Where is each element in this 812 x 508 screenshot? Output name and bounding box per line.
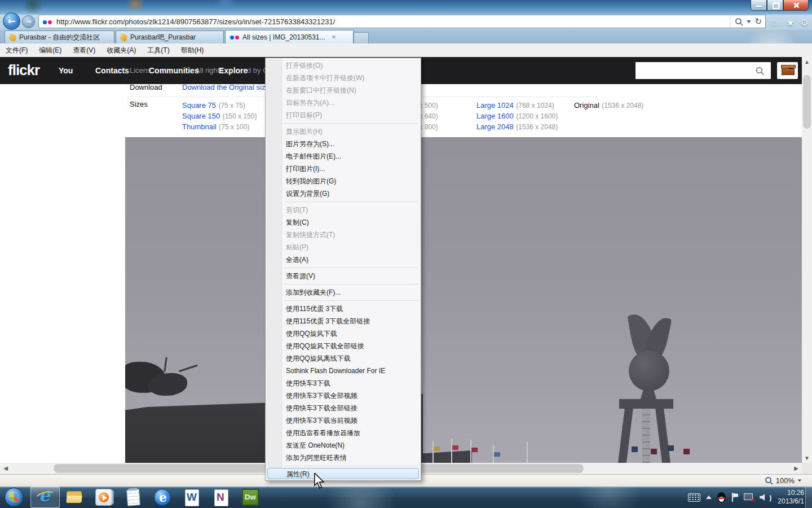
internet-explorer-taskbar-button[interactable] (30, 487, 60, 508)
context-menu-item[interactable]: 使用迅雷看看播放器播放 (266, 427, 420, 439)
volume-icon[interactable] (760, 493, 770, 502)
tab-close-icon[interactable]: × (332, 34, 336, 41)
search-icon[interactable] (735, 17, 743, 26)
context-menu-item[interactable]: 添加到收藏夹(F)... (266, 286, 420, 299)
context-menu-item[interactable]: 目标另存为(A)... (266, 97, 420, 109)
context-menu-item[interactable]: 属性(R) (267, 468, 419, 479)
favorites-star-icon[interactable]: ★ (786, 17, 795, 29)
tray-clock[interactable]: 10:26 2013/6/1 (778, 489, 804, 506)
context-menu-item[interactable]: 复制(C) (266, 216, 420, 229)
context-menu-item[interactable]: 使用快车3下载全部视频 (266, 389, 420, 402)
flickr-search-input[interactable] (636, 62, 771, 79)
context-menu-item[interactable]: 使用115优蛋 3下载全部链接 (266, 315, 420, 327)
url-text[interactable]: http://www.flickr.com/photos/zlk1214/890… (56, 17, 335, 26)
context-menu-item[interactable]: 显示图片(H) (266, 125, 420, 138)
size-link[interactable]: Thumbnail (182, 122, 217, 131)
media-player-taskbar-button[interactable] (89, 487, 118, 508)
dreamweaver-taskbar-button[interactable] (236, 487, 265, 508)
context-menu-item[interactable]: Sothink Flash Downloader For IE (266, 365, 420, 377)
size-link[interactable]: Square 75 (182, 101, 216, 110)
menu-bar-item[interactable]: 文件(F) (0, 43, 33, 57)
context-menu-item[interactable]: 使用快车3下载当前视频 (266, 414, 420, 427)
context-menu-item[interactable]: 全选(A) (266, 253, 420, 266)
onenote-taskbar-button[interactable] (206, 487, 236, 508)
address-bar[interactable]: http://www.flickr.com/photos/zlk1214/890… (38, 15, 766, 28)
context-menu-item[interactable]: 添加为阿里旺旺表情 (266, 452, 420, 464)
zoom-dropdown-icon[interactable] (798, 480, 801, 482)
zoom-control[interactable]: 100% (765, 476, 802, 485)
context-menu-item[interactable]: 查看源(V) (266, 270, 420, 282)
vertical-scrollbar[interactable]: ▲ ▼ (802, 57, 812, 463)
keyboard-icon[interactable] (688, 493, 700, 502)
menu-bar-item[interactable]: 帮助(H) (175, 43, 210, 57)
size-link[interactable]: Large 1600 (476, 112, 514, 120)
context-menu-item[interactable]: 在新窗口中打开链接(N) (266, 84, 420, 97)
context-menu-item[interactable]: 使用快车3下载全部链接 (266, 402, 420, 414)
action-center-flag-icon[interactable] (731, 493, 738, 502)
scroll-up-icon[interactable]: ▲ (802, 57, 812, 67)
restore-button[interactable] (767, 0, 783, 11)
context-menu-item[interactable]: 剪切(T) (266, 204, 420, 216)
close-button[interactable] (783, 0, 809, 11)
menu-bar-item[interactable]: 收藏夹(A) (101, 43, 142, 57)
context-menu-item[interactable]: 在新选项卡中打开链接(W) (266, 72, 420, 84)
nav-explore[interactable]: Explore (219, 65, 248, 76)
menu-bar-item[interactable]: 工具(T) (142, 43, 175, 57)
context-menu-item[interactable]: 使用QQ旋风下载全部链接 (266, 340, 420, 352)
browser-e-taskbar-button[interactable] (148, 487, 177, 508)
context-menu-item[interactable]: 转到我的图片(G) (266, 175, 420, 187)
refresh-icon[interactable]: ↻ (754, 16, 762, 27)
nav-you[interactable]: You (59, 65, 73, 76)
tools-gear-icon[interactable]: ⚙ (800, 17, 809, 29)
home-icon[interactable]: ⌂ (771, 17, 777, 28)
context-menu-item[interactable]: 使用QQ旋风下载 (266, 327, 420, 340)
forward-button[interactable]: → (22, 15, 35, 28)
download-original-link[interactable]: Download the Original size (182, 83, 270, 91)
windows-explorer-taskbar-button[interactable] (60, 487, 89, 508)
search-dropdown-icon[interactable] (747, 20, 751, 23)
package-tile[interactable] (777, 62, 798, 79)
menu-bar-item[interactable]: 编辑(E) (33, 43, 67, 57)
size-link[interactable]: Large 1024 (476, 101, 514, 110)
search-icon[interactable] (756, 67, 765, 76)
flickr-logo[interactable]: flickr (8, 62, 39, 78)
context-menu-item[interactable]: 使用QQ旋风离线下载 (266, 352, 420, 365)
network-error-icon[interactable] (744, 493, 754, 502)
notepad-taskbar-button[interactable] (118, 487, 148, 508)
context-menu-item[interactable]: 使用快车3下载 (266, 377, 420, 389)
scroll-left-icon[interactable]: ◀ (0, 463, 11, 474)
start-button[interactable] (5, 488, 24, 507)
monument-ladder (642, 409, 650, 463)
context-menu-item[interactable]: 打印图片(I)... (266, 163, 420, 175)
context-menu-item[interactable]: 复制快捷方式(T) (266, 229, 420, 241)
context-menu-item[interactable]: 打开链接(O) (266, 59, 420, 72)
context-menu-item[interactable]: 打印目标(P) (266, 109, 420, 121)
tab-purasbar-forum[interactable]: Purasbar - 自由的交流社区 (5, 30, 114, 43)
minimize-button[interactable] (751, 0, 767, 11)
tab-all-sizes[interactable]: All sizes | IMG_20130531... × (225, 30, 354, 43)
size-link[interactable]: Large 2048 (476, 122, 514, 131)
context-menu-item-label: 使用快车3下载全部视频 (286, 392, 358, 400)
show-desktop-button[interactable] (805, 487, 812, 508)
scroll-right-icon[interactable]: ▶ (791, 463, 802, 474)
back-button[interactable]: ← (3, 12, 20, 30)
hidden-icons-arrow-icon[interactable] (706, 496, 712, 499)
context-menu-item[interactable]: 粘贴(P) (266, 241, 420, 253)
context-menu-item[interactable]: 使用115优蛋 3下载 (266, 303, 420, 315)
tab-purasbar-ba[interactable]: Purasbar吧_Purasbar (116, 30, 224, 43)
menu-bar-item[interactable]: 查看(V) (67, 43, 101, 57)
word-taskbar-button[interactable] (177, 487, 206, 508)
nav-communities[interactable]: Communities (149, 65, 199, 76)
context-menu-item[interactable]: 设置为背景(G) (266, 187, 420, 200)
qq-icon[interactable] (717, 492, 726, 502)
nav-contacts[interactable]: Contacts (95, 65, 129, 76)
new-tab-stub[interactable] (354, 32, 369, 44)
context-menu-item[interactable]: 电子邮件图片(E)... (266, 150, 420, 163)
vertical-scrollbar-thumb[interactable] (803, 75, 811, 129)
context-menu-item[interactable]: 图片另存为(S)... (266, 138, 420, 150)
photo-original-size[interactable] (125, 137, 802, 463)
scroll-down-icon[interactable]: ▼ (802, 453, 812, 463)
flame-sculpture-ball (629, 351, 669, 391)
size-link[interactable]: Square 150 (182, 112, 220, 120)
context-menu-item[interactable]: 发送至 OneNote(N) (266, 439, 420, 452)
